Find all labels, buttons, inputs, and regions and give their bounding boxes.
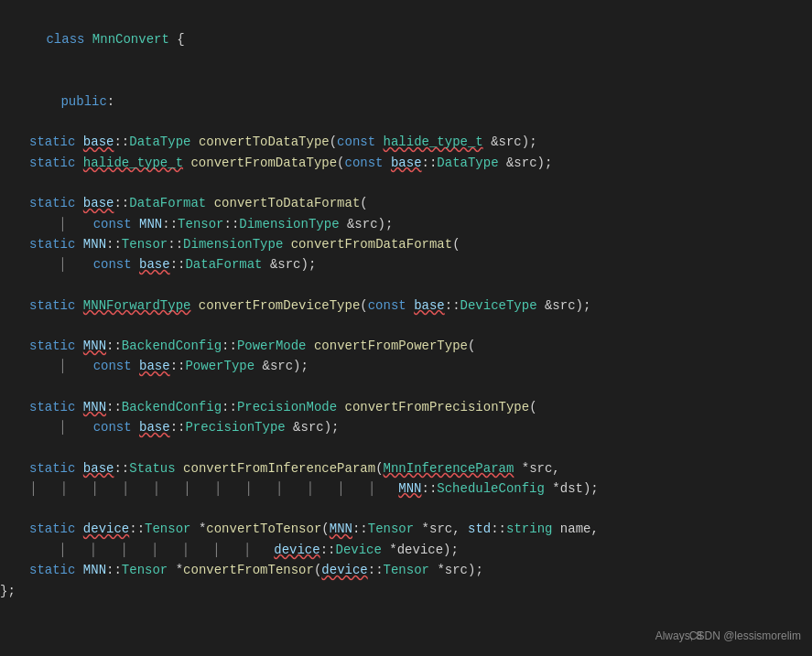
line-10: static MNN::Tensor *convertFromTensor(de… (0, 560, 812, 580)
watermark: CSDN @lessismorelim (689, 628, 801, 645)
line-6c: │ const base::PowerType &src); (0, 356, 812, 376)
blank-1 (0, 173, 812, 193)
line-public: public: (0, 70, 812, 132)
line-2: static halide_type_t convertFromDataType… (0, 153, 812, 173)
line-8c: │ │ │ │ │ │ │ │ │ │ │ │ MNN::ScheduleCon… (0, 479, 812, 499)
line-3: static base::DataFormat convertToDataFor… (0, 193, 812, 213)
blank-5 (0, 438, 812, 458)
line-4c: │ const base::DataFormat &src); (0, 254, 812, 274)
line-1: static base::DataType convertToDataType(… (0, 132, 812, 152)
line-7: static MNN::BackendConfig::PrecisionMode… (0, 397, 812, 417)
blank-4 (0, 377, 812, 397)
line-class: class MnnConvert { (0, 9, 812, 70)
class-name: MnnConvert (92, 32, 169, 47)
line-5: static MNNForwardType convertFromDeviceT… (0, 296, 812, 316)
blank-3 (0, 316, 812, 336)
blank-6 (0, 499, 812, 519)
line-8: static base::Status convertFromInference… (0, 458, 812, 479)
keyword-public: public (60, 94, 106, 109)
line-4: static MNN::Tensor::DimensionType conver… (0, 234, 812, 254)
keyword-class: class (46, 32, 84, 47)
line-9: static device::Tensor *convertToTensor(M… (0, 519, 812, 539)
line-9c: │ │ │ │ │ │ │ device::Device *device); (0, 540, 812, 560)
line-7c: │ const base::PrecisionType &src); (0, 417, 812, 437)
code-container: class MnnConvert { public: static base::… (0, 0, 812, 656)
always-label: Always, 8 (655, 628, 702, 645)
blank-2 (0, 275, 812, 296)
line-6: static MNN::BackendConfig::PowerMode con… (0, 336, 812, 356)
line-closing: }; (0, 581, 812, 601)
line-3c: │ const MNN::Tensor::DimensionType &src)… (0, 214, 812, 234)
